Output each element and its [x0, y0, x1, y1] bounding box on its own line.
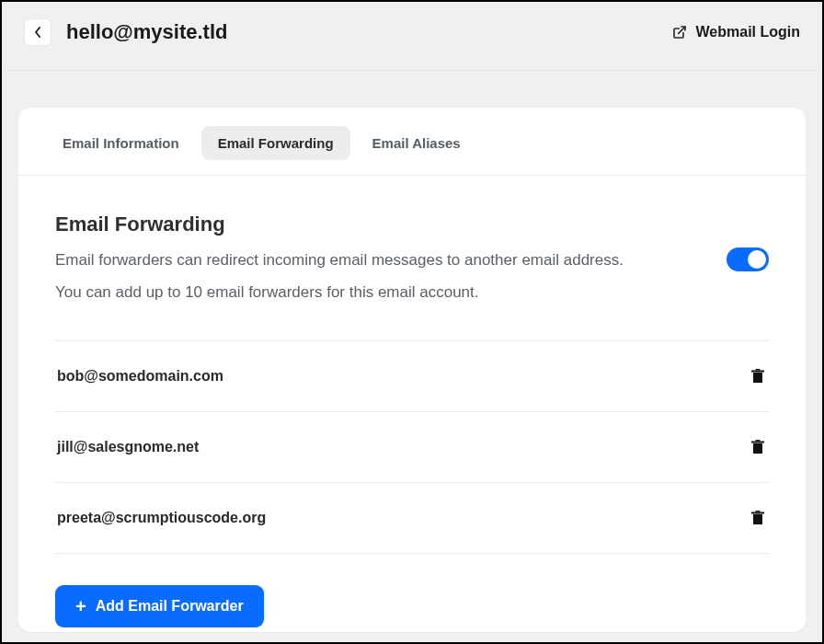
webmail-login-label: Webmail Login: [696, 24, 800, 40]
svg-rect-2: [751, 371, 764, 373]
svg-rect-9: [756, 511, 761, 512]
svg-rect-4: [753, 443, 762, 454]
tab-email-information[interactable]: Email Information: [46, 126, 196, 160]
forwarder-row: jill@salesgnome.net: [55, 411, 769, 482]
main-card: Email Information Email Forwarding Email…: [18, 108, 806, 632]
forwarder-email: jill@salesgnome.net: [57, 439, 199, 455]
external-link-icon: [672, 25, 687, 40]
tab-email-aliases[interactable]: Email Aliases: [356, 126, 477, 160]
forwarder-email: bob@somedomain.com: [57, 368, 223, 385]
page-header: hello@mysite.tld Webmail Login: [2, 2, 822, 70]
webmail-login-link[interactable]: Webmail Login: [672, 24, 800, 40]
add-email-forwarder-button[interactable]: + Add Email Forwarder: [55, 585, 264, 627]
back-button[interactable]: [24, 18, 52, 46]
forwarder-row: bob@somedomain.com: [55, 340, 769, 411]
delete-forwarder-button[interactable]: [749, 438, 767, 456]
forwarder-row: preeta@scrumptiouscode.org: [55, 482, 769, 554]
delete-forwarder-button[interactable]: [749, 367, 767, 385]
tabs: Email Information Email Forwarding Email…: [18, 108, 806, 176]
svg-rect-1: [753, 373, 762, 383]
forwarder-list: bob@somedomain.com jill@salesgnome.net p…: [55, 340, 769, 554]
page-title: hello@mysite.tld: [66, 20, 227, 44]
svg-rect-6: [756, 440, 761, 442]
header-left: hello@mysite.tld: [24, 18, 227, 46]
trash-icon: [751, 440, 764, 454]
plus-icon: +: [75, 597, 86, 615]
section-desc-2: You can add up to 10 email forwarders fo…: [55, 282, 624, 305]
section-text: Email Forwarding Email forwarders can re…: [55, 213, 624, 313]
toggle-knob: [748, 250, 766, 269]
forwarding-toggle[interactable]: [727, 247, 769, 271]
svg-rect-3: [756, 369, 761, 371]
svg-line-0: [678, 27, 684, 33]
header-divider: [6, 70, 818, 71]
chevron-left-icon: [34, 27, 41, 38]
section-desc-1: Email forwarders can redirect incoming e…: [55, 249, 624, 272]
trash-icon: [751, 369, 764, 384]
svg-rect-8: [751, 512, 764, 514]
section-title: Email Forwarding: [55, 213, 624, 236]
trash-icon: [751, 511, 764, 525]
add-button-label: Add Email Forwarder: [96, 598, 244, 615]
svg-rect-7: [753, 514, 762, 524]
delete-forwarder-button[interactable]: [749, 509, 767, 527]
svg-rect-5: [751, 442, 764, 443]
tab-email-forwarding[interactable]: Email Forwarding: [201, 126, 350, 160]
forwarder-email: preeta@scrumptiouscode.org: [57, 510, 266, 526]
section-header-row: Email Forwarding Email forwarders can re…: [55, 213, 769, 313]
forwarding-section: Email Forwarding Email forwarders can re…: [18, 176, 806, 627]
